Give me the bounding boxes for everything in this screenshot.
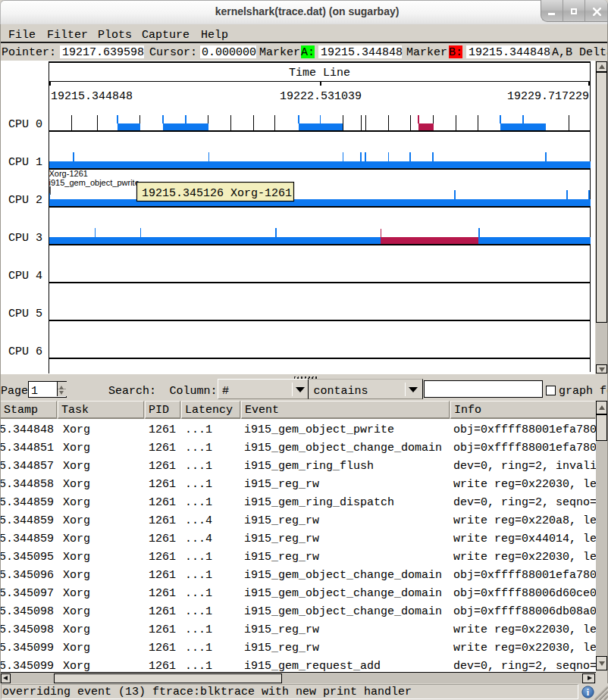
svg-text:19222.531039: 19222.531039 xyxy=(280,90,362,103)
svg-text:i915_gem_object_pwrite: i915_gem_object_pwrite xyxy=(49,178,139,187)
svg-text:19215.344848: 19215.344848 xyxy=(51,90,133,103)
svg-text:Xorg-1261: Xorg-1261 xyxy=(49,169,88,178)
svg-text:19229.717229: 19229.717229 xyxy=(507,90,589,103)
svg-text:CPU 2: CPU 2 xyxy=(8,194,42,207)
svg-text:CPU 5: CPU 5 xyxy=(8,308,42,320)
svg-text:CPU 3: CPU 3 xyxy=(8,232,42,245)
svg-text:19215.345126 Xorg-1261: 19215.345126 Xorg-1261 xyxy=(142,187,292,200)
svg-text:CPU 6: CPU 6 xyxy=(8,345,42,358)
svg-text:CPU 0: CPU 0 xyxy=(8,118,42,131)
svg-text:Time Line: Time Line xyxy=(289,67,350,80)
svg-text:CPU 4: CPU 4 xyxy=(8,270,42,283)
svg-text:CPU 1: CPU 1 xyxy=(8,156,42,169)
